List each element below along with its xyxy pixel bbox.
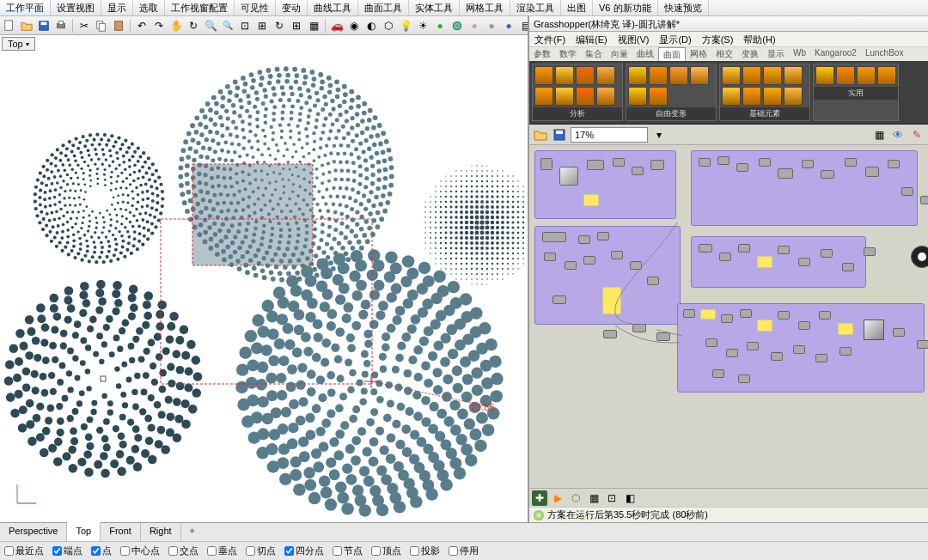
light-icon[interactable]: 💡 bbox=[398, 18, 413, 33]
menu-tab[interactable]: 网格工具 bbox=[460, 0, 510, 15]
gh-component-icon[interactable] bbox=[534, 66, 553, 85]
gh-menu-item[interactable]: 方案(S) bbox=[697, 32, 739, 46]
menu-tab[interactable]: 工作平面 bbox=[0, 0, 51, 15]
gh-component-icon[interactable] bbox=[784, 87, 803, 106]
osnap-11[interactable]: 停用 bbox=[444, 545, 483, 557]
osnap-10[interactable]: 投影 bbox=[406, 545, 444, 557]
4view-icon[interactable]: ⊞ bbox=[289, 18, 304, 33]
menu-tab[interactable]: 变动 bbox=[276, 0, 308, 15]
gh-tab[interactable]: 集合 bbox=[581, 47, 607, 61]
gh-nav6-icon[interactable]: ◧ bbox=[622, 490, 638, 506]
material-icon[interactable]: ● bbox=[432, 18, 448, 33]
car-icon[interactable]: 🚗 bbox=[329, 18, 345, 33]
menu-tab[interactable]: 实体工具 bbox=[409, 0, 460, 15]
gh-menu-item[interactable]: 帮助(H) bbox=[738, 32, 780, 46]
open-icon[interactable] bbox=[19, 18, 34, 33]
gh-menu-item[interactable]: 编辑(E) bbox=[571, 32, 613, 46]
osnap-1[interactable]: 端点 bbox=[48, 545, 87, 557]
gh-tab[interactable]: 数学 bbox=[555, 47, 581, 61]
gh-component-icon[interactable] bbox=[576, 87, 595, 106]
menu-tab[interactable]: 可见性 bbox=[235, 0, 276, 15]
gh-menu-item[interactable]: 视图(V) bbox=[613, 32, 655, 46]
gh-component-icon[interactable] bbox=[649, 66, 668, 85]
gh-component-icon[interactable] bbox=[690, 66, 709, 85]
gh-zoom-input[interactable] bbox=[571, 127, 648, 143]
menu-tab[interactable]: 工作视窗配置 bbox=[165, 0, 235, 15]
new-icon[interactable] bbox=[2, 18, 17, 33]
gh-tab[interactable]: 曲面 bbox=[658, 47, 686, 61]
viewport-tab[interactable]: Front bbox=[101, 523, 141, 541]
gh-component-icon[interactable] bbox=[857, 66, 876, 85]
zoom-extents-icon[interactable]: ⊡ bbox=[237, 18, 253, 33]
osnap-0[interactable]: 最近点 bbox=[0, 545, 48, 557]
sun-icon[interactable]: ☀ bbox=[415, 18, 430, 33]
menu-tab[interactable]: V6 的新功能 bbox=[593, 0, 658, 15]
gh-canvas[interactable] bbox=[529, 145, 928, 488]
save-icon[interactable] bbox=[36, 18, 52, 33]
gh-tab[interactable]: LunchBox bbox=[861, 47, 907, 61]
gh-component-icon[interactable] bbox=[534, 87, 553, 106]
gh-open-icon[interactable] bbox=[533, 127, 548, 143]
gh-component-icon[interactable] bbox=[742, 87, 761, 106]
gh-zoom-dropdown-icon[interactable]: ▾ bbox=[651, 127, 667, 143]
gh-display-icon[interactable]: ▦ bbox=[871, 127, 887, 143]
cut-icon[interactable]: ✂ bbox=[76, 18, 92, 33]
gh-component-icon[interactable] bbox=[877, 66, 896, 85]
gh-component-icon[interactable] bbox=[596, 66, 615, 85]
viewport-label[interactable]: Top bbox=[2, 37, 35, 51]
menu-tab[interactable]: 出图 bbox=[561, 0, 593, 15]
ball-icon[interactable]: ● bbox=[467, 18, 482, 33]
gh-tab[interactable]: 曲线 bbox=[632, 47, 658, 61]
zoom-out-icon[interactable]: 🔍 bbox=[220, 18, 235, 33]
gh-menu-item[interactable]: 显示(D) bbox=[654, 32, 696, 46]
paste-icon[interactable] bbox=[111, 18, 126, 33]
gh-component-icon[interactable] bbox=[784, 66, 803, 85]
gh-preview-icon[interactable]: 👁 bbox=[890, 127, 906, 143]
zoom-window-icon[interactable]: ⊞ bbox=[254, 18, 270, 33]
viewport-tab[interactable]: Perspective bbox=[0, 523, 67, 541]
osnap-4[interactable]: 交点 bbox=[164, 545, 203, 557]
gh-nav3-icon[interactable]: ⬡ bbox=[568, 490, 583, 506]
gh-component-icon[interactable] bbox=[628, 66, 647, 85]
osnap-8[interactable]: 节点 bbox=[328, 545, 367, 557]
osnap-6[interactable]: 切点 bbox=[241, 545, 280, 557]
gh-component-icon[interactable] bbox=[763, 87, 782, 106]
gh-component-icon[interactable] bbox=[815, 66, 834, 85]
gh-component-icon[interactable] bbox=[628, 87, 647, 106]
gh-nav4-icon[interactable]: ▦ bbox=[586, 490, 601, 506]
osnap-3[interactable]: 中心点 bbox=[116, 545, 164, 557]
gh-sketch-icon[interactable]: ✎ bbox=[909, 127, 925, 143]
gh-component-icon[interactable] bbox=[722, 66, 741, 85]
gh-component-icon[interactable] bbox=[649, 87, 668, 106]
menu-tab[interactable]: 快速预览 bbox=[658, 0, 709, 15]
osnap-5[interactable]: 垂点 bbox=[203, 545, 241, 557]
gh-component-icon[interactable] bbox=[836, 66, 855, 85]
gh-nav5-icon[interactable]: ⊡ bbox=[604, 490, 620, 506]
menu-tab[interactable]: 渲染工具 bbox=[510, 0, 561, 15]
gh-component-icon[interactable] bbox=[763, 66, 782, 85]
gh-tab[interactable]: Wb bbox=[789, 47, 810, 61]
maxview-icon[interactable]: ▦ bbox=[306, 18, 321, 33]
render-icon[interactable]: ◉ bbox=[346, 18, 362, 33]
gh-component-icon[interactable] bbox=[555, 87, 574, 106]
menu-tab[interactable]: 设置视图 bbox=[51, 0, 101, 15]
refresh-icon[interactable]: ↻ bbox=[272, 18, 287, 33]
redo-icon[interactable]: ↷ bbox=[151, 18, 167, 33]
undo-icon[interactable]: ↶ bbox=[134, 18, 150, 33]
zoom-in-icon[interactable]: 🔍 bbox=[203, 18, 218, 33]
gh-tab[interactable]: 网格 bbox=[686, 47, 711, 61]
gh-component-icon[interactable] bbox=[669, 66, 688, 85]
menu-tab[interactable]: 曲线工具 bbox=[308, 0, 358, 15]
shade-icon[interactable]: ◐ bbox=[363, 18, 379, 33]
gh-component-icon[interactable] bbox=[596, 87, 615, 106]
osnap-2[interactable]: 点 bbox=[87, 545, 116, 557]
gh-tab[interactable]: 参数 bbox=[529, 47, 555, 61]
wire-icon[interactable]: ⬡ bbox=[381, 18, 396, 33]
viewport-tab[interactable]: Top bbox=[67, 522, 101, 541]
ball2-icon[interactable]: ● bbox=[484, 18, 499, 33]
osnap-7[interactable]: 四分点 bbox=[280, 545, 328, 557]
gh-save-icon[interactable] bbox=[552, 127, 567, 143]
menu-tab[interactable]: 选取 bbox=[133, 0, 165, 15]
gh-nav2-icon[interactable]: ▶ bbox=[550, 490, 565, 506]
gh-tab[interactable]: 显示 bbox=[763, 47, 789, 61]
